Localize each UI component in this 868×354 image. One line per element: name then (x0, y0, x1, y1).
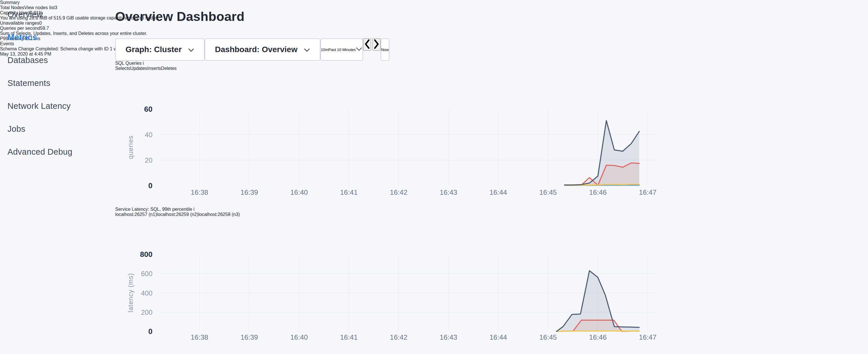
chevron-down-icon (304, 45, 310, 54)
info-icon[interactable]: i (193, 207, 194, 212)
svg-text:16:39: 16:39 (241, 333, 258, 341)
time-range-dropdown[interactable]: 10m Past 10 Minutes (320, 38, 363, 61)
sidebar-item-statements[interactable]: Statements (7, 72, 115, 95)
svg-text:200: 200 (141, 309, 152, 316)
svg-text:16:44: 16:44 (490, 333, 507, 341)
time-pager (363, 38, 380, 61)
page: OverviewMetricsDatabasesStatementsNetwor… (0, 0, 868, 354)
svg-text:16:38: 16:38 (191, 189, 208, 196)
svg-text:0: 0 (149, 327, 152, 336)
time-range-label: Past 10 Minutes (329, 47, 356, 52)
legend-item: Inserts (147, 66, 161, 71)
svg-text:16:41: 16:41 (340, 333, 358, 341)
svg-text:40: 40 (145, 131, 152, 139)
graph-dropdown-label: Graph: Cluster (125, 45, 182, 54)
svg-text:16:38: 16:38 (191, 333, 208, 341)
sidebar-item-overview[interactable]: Overview (7, 3, 115, 26)
legend-item: Deletes (161, 66, 177, 71)
svg-text:16:40: 16:40 (290, 189, 308, 196)
time-range-badge: 10m (321, 47, 329, 52)
svg-text:queries: queries (127, 135, 134, 159)
dashboard-dropdown[interactable]: Dashboard: Overview (205, 38, 320, 61)
service-latency-plot[interactable]: 16:3816:3916:4016:4116:4216:4316:4416:45… (115, 217, 671, 354)
main-content: Overview Dashboard Graph: Cluster Dashbo… (115, 0, 671, 354)
svg-text:16:43: 16:43 (440, 333, 457, 341)
svg-text:16:43: 16:43 (440, 189, 457, 196)
chevron-down-icon (355, 47, 363, 52)
sidebar-item-metrics[interactable]: Metrics (7, 26, 115, 49)
svg-text:16:45: 16:45 (539, 189, 557, 196)
legend-label: Updates (130, 66, 147, 71)
svg-text:16:44: 16:44 (490, 189, 507, 196)
legend-item: localhost:26259 (n2) (157, 212, 198, 217)
legend-item: Updates (130, 66, 147, 71)
svg-text:16:47: 16:47 (639, 333, 656, 341)
sidebar-item-databases[interactable]: Databases (7, 49, 115, 72)
chart-title-row: SQL Queries i (115, 61, 671, 66)
legend-item: localhost:26257 (n1) (115, 212, 157, 217)
svg-text:0: 0 (149, 181, 152, 190)
chart-legend: localhost:26257 (n1)localhost:26259 (n2)… (115, 212, 671, 217)
sidebar-list: OverviewMetricsDatabasesStatementsNetwor… (7, 3, 115, 163)
legend-item: localhost:26258 (n3) (198, 212, 240, 217)
graph-dropdown[interactable]: Graph: Cluster (115, 38, 205, 61)
chart-title-row: Service Latency: SQL, 99th percentile i (115, 207, 671, 212)
svg-text:400: 400 (141, 289, 152, 297)
svg-text:16:39: 16:39 (241, 189, 258, 196)
sql-queries-chart-card: SQL Queries i SelectsUpdatesInsertsDelet… (115, 61, 671, 207)
svg-text:800: 800 (140, 250, 152, 259)
chart-title: Service Latency: SQL, 99th percentile (115, 207, 192, 212)
svg-text:latency (ms): latency (ms) (127, 273, 134, 312)
legend-item: Selects (115, 66, 130, 71)
chart-legend: SelectsUpdatesInsertsDeletes (115, 66, 671, 71)
page-title: Overview Dashboard (115, 9, 671, 24)
sql-queries-plot[interactable]: 16:3816:3916:4016:4116:4216:4316:4416:45… (115, 71, 671, 206)
legend-label: localhost:26257 (n1) (115, 212, 157, 217)
svg-text:16:40: 16:40 (290, 333, 308, 341)
legend-label: Inserts (147, 66, 161, 71)
dashboard-dropdown-label: Dashboard: Overview (215, 45, 298, 54)
svg-text:16:42: 16:42 (390, 333, 407, 341)
toolbar: Graph: Cluster Dashboard: Overview 10m P… (115, 38, 671, 61)
svg-text:16:46: 16:46 (589, 189, 607, 196)
svg-text:600: 600 (141, 270, 152, 278)
prev-timeframe-button[interactable] (363, 38, 371, 51)
svg-text:16:45: 16:45 (539, 333, 557, 341)
now-button[interactable]: Now (380, 38, 390, 61)
sidebar-item-jobs[interactable]: Jobs (7, 118, 115, 140)
legend-label: localhost:26258 (n3) (198, 212, 240, 217)
chevron-right-icon (373, 39, 380, 49)
legend-label: Selects (115, 66, 130, 71)
svg-text:20: 20 (145, 156, 152, 164)
chart-title: SQL Queries (115, 61, 142, 66)
svg-text:60: 60 (144, 105, 152, 114)
svg-text:16:47: 16:47 (639, 189, 656, 196)
svg-text:16:46: 16:46 (589, 333, 607, 341)
sidebar-item-network-latency[interactable]: Network Latency (7, 95, 115, 118)
svg-text:16:41: 16:41 (340, 189, 358, 196)
chevron-down-icon (188, 45, 194, 54)
svg-text:16:42: 16:42 (390, 189, 407, 196)
sidebar-item-advanced-debug[interactable]: Advanced Debug (7, 140, 115, 163)
service-latency-chart-card: Service Latency: SQL, 99th percentile i … (115, 207, 671, 354)
sidebar: OverviewMetricsDatabasesStatementsNetwor… (0, 0, 115, 354)
next-timeframe-button[interactable] (373, 38, 380, 51)
legend-label: Deletes (161, 66, 177, 71)
info-icon[interactable]: i (143, 61, 144, 66)
legend-label: localhost:26259 (n2) (157, 212, 198, 217)
chevron-left-icon (364, 39, 371, 49)
